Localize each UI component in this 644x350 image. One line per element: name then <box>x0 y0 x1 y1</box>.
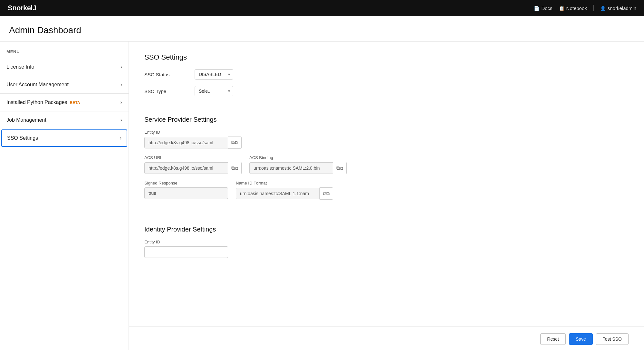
section-divider-1 <box>144 106 403 106</box>
chevron-right-icon: › <box>120 117 122 123</box>
save-button[interactable]: Save <box>569 333 593 345</box>
sso-status-row: SSO Status DISABLED ENABLED ▾ <box>144 69 403 80</box>
user-label: snorkeladmin <box>608 5 636 11</box>
sso-type-select[interactable]: Sele... SAML OIDC <box>195 86 233 96</box>
page-title: Admin Dashboard <box>9 25 635 35</box>
name-id-format-copy-button[interactable]: ⧉ <box>320 187 333 200</box>
acs-url-field: http://edge.k8s.g498.io/sso/saml ⧉ <box>144 162 242 174</box>
sidebar-item-label: SSO Settings <box>7 135 38 141</box>
acs-binding-field: urn:oasis:names:tc:SAML:2.0:bin ⧉ <box>249 162 347 174</box>
user-icon <box>600 5 606 11</box>
signed-response-row: Signed Response true Name ID Format urn:… <box>144 181 403 206</box>
entity-id-value: http://edge.k8s.g498.io/sso/saml <box>144 137 228 148</box>
signed-response-group: Signed Response true <box>144 181 228 200</box>
sidebar-item-label: Installed Python PackagesBETA <box>6 99 80 105</box>
docs-label: Docs <box>541 5 552 11</box>
acs-binding-value: urn:oasis:names:tc:SAML:2.0:bin <box>249 162 333 174</box>
page-header: Admin Dashboard <box>0 16 644 42</box>
menu-label: MENU <box>0 49 129 58</box>
idp-entity-id-input[interactable] <box>144 246 228 258</box>
content-area: SSO Settings SSO Status DISABLED ENABLED… <box>129 42 419 326</box>
docs-link[interactable]: Docs <box>534 5 552 11</box>
idp-entity-id-group: Entity ID <box>144 240 403 258</box>
entity-id-copy-button[interactable]: ⧉ <box>228 137 242 149</box>
main-layout: MENU License Info › User Account Managem… <box>0 42 644 350</box>
acs-url-label: ACS URL <box>144 155 242 160</box>
copy-icon: ⧉ <box>231 165 238 171</box>
acs-binding-copy-button[interactable]: ⧉ <box>333 162 347 174</box>
acs-url-copy-button[interactable]: ⧉ <box>228 162 242 174</box>
chevron-right-icon: › <box>120 64 122 70</box>
sidebar-item-label: License Info <box>6 64 34 70</box>
entity-id-label: Entity ID <box>144 130 403 135</box>
sso-status-label: SSO Status <box>144 72 189 77</box>
sso-type-label: SSO Type <box>144 89 189 94</box>
identity-provider-title: Identity Provider Settings <box>144 226 403 233</box>
sidebar-item-job-management[interactable]: Job Management › <box>0 111 129 129</box>
sidebar-item-user-account-management[interactable]: User Account Management › <box>0 76 129 93</box>
name-id-format-label: Name ID Format <box>236 181 333 185</box>
test-sso-button[interactable]: Test SSO <box>596 333 629 345</box>
sso-status-select[interactable]: DISABLED ENABLED <box>195 69 233 80</box>
copy-icon: ⧉ <box>336 165 343 171</box>
sidebar-item-sso-settings[interactable]: SSO Settings › <box>1 129 127 147</box>
entity-id-field: http://edge.k8s.g498.io/sso/saml ⧉ <box>144 137 403 149</box>
chevron-right-icon: › <box>120 82 122 88</box>
name-id-format-group: Name ID Format urn:oasis:names:tc:SAML:1… <box>236 181 333 200</box>
logo: SnorkelJ <box>8 4 36 12</box>
notebook-label: Notebook <box>566 5 587 11</box>
acs-row: ACS URL http://edge.k8s.g498.io/sso/saml… <box>144 155 403 181</box>
section-divider-2 <box>144 216 403 216</box>
notebook-icon <box>559 5 564 11</box>
topbar-right: Docs Notebook snorkeladmin <box>534 5 636 11</box>
notebook-link[interactable]: Notebook <box>559 5 587 11</box>
acs-binding-label: ACS Binding <box>249 155 347 160</box>
sidebar: MENU License Info › User Account Managem… <box>0 42 129 350</box>
name-id-format-field: urn:oasis:names:tc:SAML:1.1:nam ⧉ <box>236 187 333 200</box>
topbar-divider <box>593 5 594 11</box>
bottom-bar: Reset Save Test SSO <box>129 326 644 350</box>
signed-response-value: true <box>144 187 228 199</box>
sso-status-select-wrapper: DISABLED ENABLED ▾ <box>195 69 233 80</box>
service-provider-title: Service Provider Settings <box>144 116 403 123</box>
entity-id-group: Entity ID http://edge.k8s.g498.io/sso/sa… <box>144 130 403 149</box>
sso-type-row: SSO Type Sele... SAML OIDC ▾ <box>144 86 403 96</box>
user-menu[interactable]: snorkeladmin <box>600 5 636 11</box>
sidebar-item-label: User Account Management <box>6 82 69 88</box>
sidebar-item-installed-python-packages[interactable]: Installed Python PackagesBETA › <box>0 93 129 111</box>
docs-icon <box>534 5 539 11</box>
sidebar-item-license-info[interactable]: License Info › <box>0 58 129 76</box>
acs-url-value: http://edge.k8s.g498.io/sso/saml <box>144 162 228 174</box>
sso-settings-title: SSO Settings <box>144 53 403 61</box>
sso-type-select-wrapper: Sele... SAML OIDC ▾ <box>195 86 233 96</box>
topbar: SnorkelJ Docs Notebook snorkeladmin <box>0 0 644 16</box>
idp-entity-id-label: Entity ID <box>144 240 403 244</box>
chevron-right-icon: › <box>120 135 121 141</box>
copy-icon: ⧉ <box>323 191 330 196</box>
sidebar-item-label: Job Management <box>6 117 46 123</box>
beta-badge: BETA <box>70 100 80 105</box>
acs-url-group: ACS URL http://edge.k8s.g498.io/sso/saml… <box>144 155 242 174</box>
reset-button[interactable]: Reset <box>540 333 566 345</box>
signed-response-label: Signed Response <box>144 181 228 185</box>
chevron-right-icon: › <box>120 99 122 105</box>
copy-icon: ⧉ <box>231 140 238 146</box>
acs-binding-group: ACS Binding urn:oasis:names:tc:SAML:2.0:… <box>249 155 347 174</box>
name-id-format-value: urn:oasis:names:tc:SAML:1.1:nam <box>236 188 320 199</box>
